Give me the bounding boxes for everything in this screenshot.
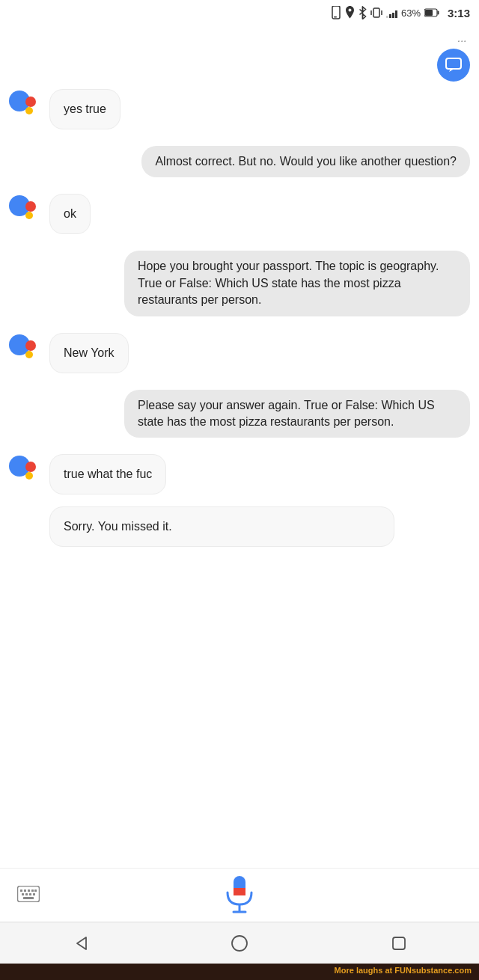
svg-point-31 — [232, 936, 247, 951]
assistant-text-4a: true what the fuc — [64, 468, 152, 480]
svg-rect-1 — [334, 16, 337, 18]
svg-rect-15 — [20, 889, 22, 892]
svg-rect-20 — [22, 893, 24, 895]
svg-rect-16 — [24, 889, 26, 892]
status-icons: 63% 3:13 — [331, 6, 470, 19]
assistant-bubble-2: ok — [49, 194, 91, 234]
assistant-text-2: ok — [64, 207, 76, 220]
svg-rect-21 — [25, 893, 28, 895]
assistant-text-3: New York — [64, 346, 115, 359]
status-bar: 63% 3:13 — [0, 0, 479, 24]
battery-icon — [424, 8, 439, 17]
home-button[interactable] — [225, 928, 254, 958]
assistant-avatar-1 — [9, 91, 42, 123]
svg-marker-7 — [392, 13, 394, 18]
back-button[interactable] — [65, 928, 95, 958]
location-icon — [345, 6, 355, 19]
watermark-brand: FUNsubstance — [394, 966, 452, 975]
assistant-bubble-3: New York — [49, 333, 129, 373]
message-icon — [445, 58, 462, 73]
home-circle-icon — [231, 934, 248, 952]
assistant-message-4a: true what the fuc — [9, 454, 470, 494]
user-message-true: Please say your answer again. True or Fa… — [9, 390, 470, 438]
user-bubble-true: Please say your answer again. True or Fa… — [124, 390, 470, 438]
svg-rect-3 — [373, 8, 379, 17]
user-bubble-ok: Almost correct. But no. Would you like a… — [141, 146, 470, 177]
top-user-bubble — [437, 49, 470, 82]
vibrate-icon — [370, 6, 382, 19]
input-bar — [0, 868, 479, 922]
assistant-bubble-4a: true what the fuc — [49, 454, 166, 494]
user-message-ok: Almost correct. But no. Would you like a… — [9, 146, 470, 177]
keyboard-icon — [17, 886, 40, 902]
svg-rect-19 — [34, 889, 37, 892]
svg-marker-9 — [386, 16, 388, 18]
assistant-message-4b-row: Sorry. You missed it. — [9, 506, 470, 547]
svg-rect-17 — [28, 889, 30, 892]
user-text-newyork: Hope you brought your passport. The topi… — [138, 260, 439, 306]
keyboard-button[interactable] — [15, 881, 42, 907]
svg-rect-23 — [33, 893, 35, 895]
svg-marker-6 — [395, 10, 397, 18]
status-time: 3:13 — [448, 7, 470, 19]
user-text-true: Please say your answer again. True or Fa… — [138, 399, 435, 428]
assistant-message-2: ok — [9, 194, 470, 234]
microphone-icon — [222, 873, 257, 915]
recents-square-icon — [390, 934, 408, 952]
svg-rect-24 — [23, 897, 34, 899]
watermark-prefix: More laughs at — [335, 966, 395, 975]
bluetooth-icon — [359, 6, 367, 19]
assistant-avatar-4a — [9, 456, 42, 489]
svg-rect-12 — [425, 10, 433, 16]
partial-text-indicator: ... — [457, 31, 467, 44]
assistant-bubble-1: yes true — [49, 89, 120, 129]
assistant-text-1: yes true — [64, 102, 106, 115]
battery-percent: 63% — [401, 7, 421, 19]
wifi-icon — [386, 7, 397, 18]
svg-rect-22 — [29, 893, 31, 895]
assistant-message-1: yes true — [9, 89, 470, 129]
watermark: More laughs at FUNsubstance.com — [0, 964, 479, 980]
user-bubble-newyork: Hope you brought your passport. The topi… — [124, 251, 470, 316]
assistant-text-4b: Sorry. You missed it. — [64, 520, 172, 533]
assistant-bubble-4b: Sorry. You missed it. — [49, 506, 394, 547]
svg-rect-11 — [437, 11, 439, 15]
user-text-ok: Almost correct. But no. Would you like a… — [155, 155, 457, 168]
svg-rect-27 — [234, 892, 245, 895]
svg-marker-30 — [77, 937, 86, 949]
nav-bar — [0, 922, 479, 964]
assistant-message-3: New York — [9, 333, 470, 373]
recents-button[interactable] — [384, 928, 414, 958]
svg-rect-13 — [446, 58, 461, 69]
watermark-suffix: .com — [452, 966, 472, 975]
svg-rect-32 — [393, 937, 405, 949]
assistant-avatar-2 — [9, 195, 42, 228]
top-user-message-row: ... — [9, 31, 470, 82]
svg-marker-8 — [389, 14, 391, 18]
assistant-avatar-3 — [9, 334, 42, 367]
mic-button[interactable] — [222, 873, 257, 915]
svg-rect-18 — [31, 889, 34, 892]
svg-rect-14 — [18, 886, 40, 901]
user-message-newyork: Hope you brought your passport. The topi… — [9, 251, 470, 316]
back-triangle-icon — [71, 934, 89, 952]
chat-container: ... yes true Almost correct. But — [0, 24, 479, 868]
phone-icon — [331, 6, 341, 19]
